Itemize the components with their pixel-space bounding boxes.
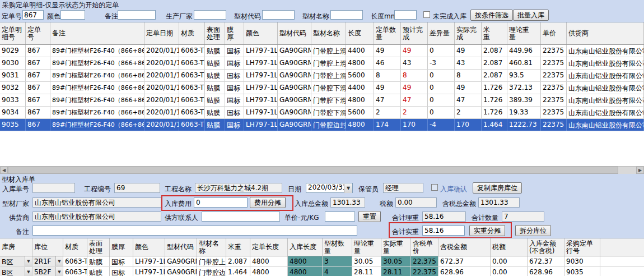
batch-inbound-button[interactable]: 批量入库 <box>513 10 549 21</box>
total-theory-field[interactable] <box>422 211 466 222</box>
column-header[interactable]: 米重 <box>226 238 250 256</box>
column-header[interactable]: 供货商 <box>567 22 644 44</box>
inbound-confirm-checkbox[interactable] <box>431 184 438 191</box>
fee-share-button[interactable]: 费用分摊 <box>250 197 286 208</box>
column-header[interactable]: 库房 <box>0 238 32 256</box>
filter-input-6[interactable] <box>394 10 417 20</box>
column-header[interactable]: 库位 <box>32 238 63 256</box>
filter-input-0[interactable] <box>22 10 44 20</box>
project-name-field[interactable] <box>195 183 282 193</box>
table-row[interactable]: 903286789#门框型材F26-F40（866+867）2020/01/13… <box>0 82 644 94</box>
column-header[interactable]: 颜色 <box>244 22 278 44</box>
project-no-field[interactable] <box>114 183 160 193</box>
column-header[interactable]: 表面处理 <box>87 238 110 256</box>
table-row[interactable]: B区▼5B2F▼6063-T5贴膜国标LH797-1LL0GA90GRM05门带… <box>0 267 644 276</box>
combo-dropdown-icon[interactable]: ▼ <box>55 267 63 276</box>
table-row[interactable]: 903586789#门框型材F26-F40（866+867）2020/01/13… <box>0 119 644 131</box>
fee-field[interactable] <box>194 197 248 208</box>
inbound-no-field[interactable] <box>32 183 75 193</box>
cell: 672.37 <box>528 256 564 266</box>
remark-field[interactable] <box>32 226 357 236</box>
column-header[interactable]: 材质 <box>63 238 87 256</box>
column-header[interactable]: 型材数量 <box>323 238 352 256</box>
date-field[interactable]: 2020/03/31▼ <box>306 183 353 193</box>
column-header[interactable]: 型材代码 <box>278 22 311 44</box>
column-header[interactable]: 型材名称 <box>197 238 226 256</box>
reset-button[interactable]: 重置 <box>358 211 381 222</box>
column-header[interactable]: 理论重量 <box>507 22 541 44</box>
horizontal-scrollbar[interactable]: ◀ ▶ <box>0 166 644 174</box>
scrollbar-thumb[interactable] <box>8 167 618 174</box>
column-header[interactable]: 含税单价 <box>411 238 438 256</box>
table-row[interactable]: 902986789#门框型材F26-F40（866+867）2020/01/13… <box>0 45 644 57</box>
tax-field[interactable] <box>395 197 437 208</box>
column-header[interactable]: 入库长度 <box>288 238 323 256</box>
table-row[interactable]: 903386789#门框型材F26-F40（866+867）2020/01/13… <box>0 94 644 107</box>
column-header[interactable]: 含税金额 <box>438 238 491 256</box>
tax-total-field[interactable] <box>478 197 520 208</box>
inbound-section-title: 型材入库单 <box>2 175 35 185</box>
column-header[interactable]: 膜厚 <box>110 238 133 256</box>
cell: 49 <box>374 45 401 57</box>
cell: 460.81 <box>507 57 541 69</box>
filter-input-5[interactable] <box>330 10 363 20</box>
column-header[interactable]: 颜色 <box>133 238 165 256</box>
column-header[interactable]: 材质 <box>179 22 205 44</box>
remark-label: 备注 <box>1 227 29 237</box>
total-qty-field[interactable] <box>502 211 544 222</box>
table-row[interactable]: B区▼2R1F▼6063-T5贴膜国标LH797-1LL0GA90GRM03门带… <box>0 256 644 267</box>
supplier-field[interactable] <box>32 211 161 222</box>
cell: 6063-T5 <box>179 70 205 81</box>
filter-by-condition-button[interactable]: 按条件筛选 <box>470 10 513 21</box>
column-header[interactable]: 理论重量 <box>352 238 381 256</box>
combo-dropdown-icon[interactable]: ▼ <box>55 256 63 266</box>
column-header[interactable]: 差异量 <box>428 22 455 44</box>
cell: 贴膜 <box>205 57 225 69</box>
cell: 22375 <box>541 107 567 118</box>
split-location-button[interactable]: 拆分库位 <box>515 225 551 236</box>
cell: 门带腔上滑 <box>311 45 346 57</box>
filter-input-3[interactable] <box>194 10 226 20</box>
column-header[interactable]: 米重 <box>482 22 507 44</box>
column-header[interactable]: 长度 <box>346 22 374 44</box>
filter-input-1[interactable] <box>60 10 85 20</box>
contact-field[interactable] <box>202 211 280 222</box>
column-header[interactable]: 型材名称 <box>311 22 346 44</box>
unfinished-inbound-checkbox[interactable] <box>423 11 430 18</box>
total-amount-field[interactable] <box>330 197 365 208</box>
column-header[interactable]: 定单数量 <box>374 22 401 44</box>
column-header[interactable]: 定单明细号 <box>0 22 26 44</box>
order-grid-header: 定单明细号定单号备注定单日期材质表面处理膜厚颜色型材代码型材名称长度定单数量预计… <box>0 22 644 45</box>
column-header[interactable]: 税额 <box>491 238 528 256</box>
combo-dropdown-icon[interactable]: ▼ <box>25 256 32 266</box>
cell: GA90GRM03 <box>278 70 311 81</box>
calendar-dropdown-icon[interactable]: ▼ <box>344 184 352 193</box>
column-header[interactable]: 采购定单行号 <box>564 238 600 256</box>
copy-warehouse-location-button[interactable]: 复制库房库位 <box>473 182 522 194</box>
table-row[interactable]: 903186789#门框型材F26-F40（866+867）2020/01/13… <box>0 70 644 82</box>
column-header[interactable]: 型材代码 <box>165 238 197 256</box>
filter-input-2[interactable] <box>118 10 156 20</box>
column-header[interactable]: 膜厚 <box>225 22 244 44</box>
table-row[interactable]: 903086789#门框型材F26-F40（866+867）2020/01/13… <box>0 57 644 70</box>
column-header[interactable]: 定单日期 <box>144 22 179 44</box>
scroll-right-arrow-icon[interactable]: ▶ <box>636 167 644 174</box>
keeper-field[interactable] <box>383 183 423 193</box>
factory-field[interactable] <box>32 197 161 208</box>
column-header[interactable]: 实际完成 <box>455 22 482 44</box>
column-header[interactable]: 预计完成 <box>401 22 428 44</box>
column-header[interactable]: 备注 <box>50 22 144 44</box>
column-header[interactable]: 定单号 <box>26 22 50 44</box>
actual-weight-share-button[interactable]: 实重分摊 <box>469 225 505 236</box>
unit-price-field[interactable] <box>325 211 355 222</box>
column-header[interactable]: 实际重量 <box>381 238 411 256</box>
total-actual-field[interactable] <box>422 226 465 236</box>
column-header[interactable]: 单价 <box>541 22 567 44</box>
column-header[interactable]: 定单长度 <box>250 238 288 256</box>
column-header[interactable]: 表面处理 <box>205 22 225 44</box>
scroll-left-arrow-icon[interactable]: ◀ <box>0 167 8 174</box>
combo-dropdown-icon[interactable]: ▼ <box>25 267 32 276</box>
column-header[interactable]: 入库金额(不含税) <box>528 238 564 256</box>
table-row[interactable]: 903486789#门框型材F26-F40（866+867）2020/01/13… <box>0 107 644 119</box>
filter-input-4[interactable] <box>262 10 295 20</box>
